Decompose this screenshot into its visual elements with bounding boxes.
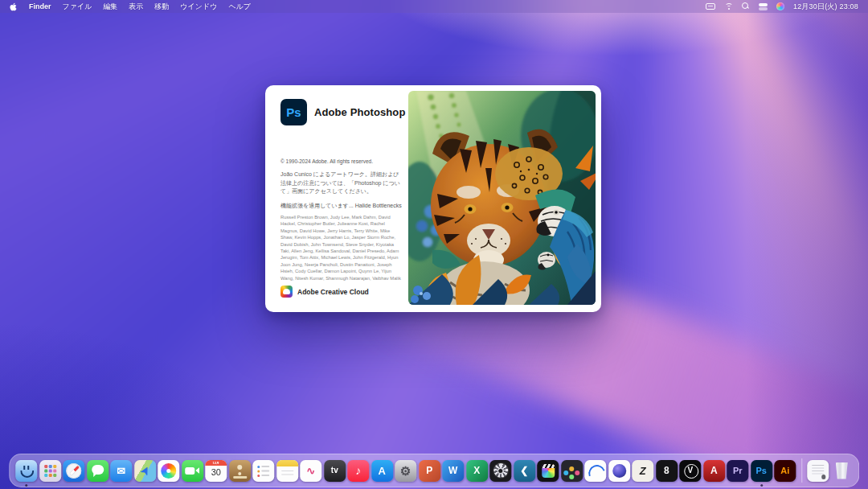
dock-compressor-icon[interactable] — [489, 460, 511, 482]
menu-bar-status: 12月30日(火) 23:08 — [706, 2, 858, 12]
dock-freeform-icon[interactable]: ∿ — [300, 460, 321, 482]
dock-davinci-resolve-icon[interactable] — [561, 460, 583, 482]
dock-maps-icon[interactable] — [134, 460, 156, 482]
dock-notes-icon[interactable] — [276, 460, 298, 482]
splash-artwork — [408, 91, 596, 305]
jungle-artwork-illustration — [408, 91, 596, 305]
menu-clock[interactable]: 12月30日(火) 23:08 — [793, 2, 858, 12]
dock-premiere-pro-icon[interactable]: Pr — [727, 460, 748, 482]
dock-rhino-8-icon[interactable]: 8 — [656, 460, 678, 482]
creative-cloud-label: Adobe Creative Cloud — [297, 288, 369, 296]
dock-apple-tv-icon[interactable]: tv — [324, 460, 346, 482]
dock-facetime-icon[interactable] — [182, 460, 203, 482]
creative-cloud-icon — [280, 286, 293, 298]
dock-messages-icon[interactable] — [87, 460, 108, 482]
dock-vectorworks-icon[interactable]: V — [679, 460, 701, 482]
dock-powerpoint-icon[interactable]: P — [419, 460, 440, 482]
splash-artwork-credit: João Cunico によるアートワーク。詳細および法律上の注意については、「… — [280, 171, 403, 196]
splash-loading-status: 機能拡張を適用しています... Halide Bottlenecks — [280, 202, 409, 210]
creative-cloud-row: Adobe Creative Cloud — [280, 286, 369, 298]
desktop: Finder ファイル 編集 表示 移動 ウインドウ ヘルプ 12月30日(火)… — [0, 0, 868, 489]
splash-credits: Russell Preston Brown, Judy Lee, Mark Da… — [280, 214, 403, 281]
menu-window[interactable]: ウインドウ — [180, 2, 217, 12]
dock-zbrush-icon[interactable]: Z — [632, 460, 653, 482]
dock-illustrator-icon[interactable]: Ai — [774, 460, 796, 482]
dock-cavalry-icon[interactable]: ❮ — [514, 460, 535, 482]
dock-app-store-icon[interactable]: A — [371, 460, 393, 482]
dock-safari-icon[interactable] — [63, 460, 84, 482]
siri-icon[interactable] — [776, 2, 784, 10]
menu-help[interactable]: ヘルプ — [228, 2, 251, 12]
menu-bar-left: Finder ファイル 編集 表示 移動 ウインドウ ヘルプ — [10, 2, 251, 12]
menu-view[interactable]: 表示 — [129, 2, 143, 12]
dock-autocad-icon[interactable]: A — [703, 460, 725, 482]
dock-cinema-4d-icon[interactable] — [608, 460, 630, 482]
dock-photos-icon[interactable] — [158, 460, 179, 482]
dock-reminders-icon[interactable] — [252, 460, 274, 482]
dock-mail-icon[interactable]: ✉ — [110, 460, 132, 482]
dock-launchpad-icon[interactable] — [39, 460, 61, 482]
menu-bar: Finder ファイル 編集 表示 移動 ウインドウ ヘルプ 12月30日(火)… — [0, 0, 868, 13]
menu-app-name[interactable]: Finder — [29, 2, 51, 10]
search-icon[interactable] — [742, 2, 750, 10]
menu-edit[interactable]: 編集 — [103, 2, 117, 12]
wifi-icon[interactable] — [724, 3, 733, 10]
running-indicator — [25, 484, 27, 487]
dock-divider — [801, 458, 802, 483]
splash-brand: Ps Adobe Photoshop — [280, 99, 405, 125]
menu-go[interactable]: 移動 — [154, 2, 169, 12]
photoshop-app-icon: Ps — [280, 99, 307, 125]
dock-system-settings-icon[interactable]: ⚙ — [395, 460, 416, 482]
menu-file[interactable]: ファイル — [63, 2, 92, 12]
dock-music-icon[interactable]: ♪ — [347, 460, 369, 482]
dock: ✉12月30∿tv♪A⚙PWX❮Z8VAPrPsAi — [9, 454, 859, 487]
dock-contacts-icon[interactable] — [229, 460, 251, 482]
photoshop-splash-window: Ps Adobe Photoshop © 1990-2024 Adobe. Al… — [265, 85, 601, 312]
display-icon[interactable] — [706, 3, 715, 10]
dock-final-cut-pro-icon[interactable] — [537, 460, 559, 482]
splash-app-title: Adobe Photoshop — [314, 106, 405, 118]
dock-linearity-curve-icon[interactable] — [584, 460, 606, 482]
control-center-icon[interactable] — [759, 3, 768, 10]
splash-copyright: © 1990-2024 Adobe. All rights reserved. — [280, 158, 373, 164]
dock-excel-icon[interactable]: X — [466, 460, 488, 482]
dock-finder-icon[interactable] — [15, 460, 37, 482]
dock-photoshop-icon[interactable]: Ps — [751, 460, 772, 482]
dock-downloads-icon[interactable] — [807, 460, 829, 482]
dock-trash-icon[interactable] — [831, 460, 853, 482]
dock-word-icon[interactable]: W — [442, 460, 464, 482]
running-indicator — [760, 484, 763, 487]
dock-calendar-icon[interactable]: 12月30 — [205, 460, 227, 482]
apple-menu-icon[interactable] — [10, 2, 18, 11]
